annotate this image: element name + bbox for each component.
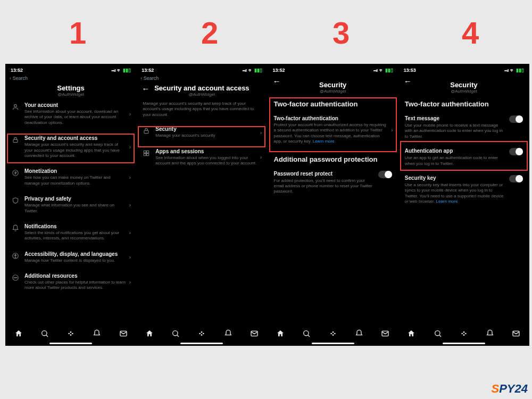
battery-icon: ▮▮▯ — [123, 68, 131, 73]
tab-notifications[interactable] — [355, 329, 363, 339]
tab-search[interactable] — [302, 329, 311, 339]
tab-spaces[interactable] — [197, 329, 206, 339]
page-handle: @AuthWidget — [5, 92, 136, 97]
svg-rect-1 — [13, 140, 18, 143]
row-desc: See information about your account, down… — [24, 109, 127, 126]
tab-search[interactable] — [171, 329, 180, 339]
tab-spaces[interactable] — [329, 329, 337, 339]
phone-2: 13:52 ••ıl ᯤ ▮▮▯ ‹ Search ← Security and… — [136, 64, 267, 346]
back-arrow-icon[interactable]: ← — [404, 77, 412, 86]
row-label: Authentication app — [405, 148, 505, 154]
phones-row: 13:52 ••ıl ᯤ ▮▮▯ ‹ Search Settings @Auth… — [5, 64, 529, 346]
row-label: Accessibility, display, and languages — [24, 251, 127, 257]
row-label: Security — [155, 126, 258, 132]
tab-home[interactable] — [276, 329, 285, 339]
tab-search[interactable] — [40, 329, 49, 339]
svg-rect-16 — [144, 151, 146, 153]
row-text-message[interactable]: Text message Use your mobile phone to re… — [398, 111, 529, 144]
row-desc: Select the kinds of notifications you ge… — [24, 230, 127, 242]
svg-rect-17 — [147, 151, 149, 153]
svg-point-13 — [72, 332, 73, 334]
chevron-right-icon: › — [129, 229, 131, 236]
tab-search[interactable] — [434, 329, 442, 339]
row-label: Security key — [405, 175, 505, 181]
row-desc: For added protection, you'll need to con… — [274, 178, 374, 195]
battery-icon: ▮▮▯ — [516, 68, 524, 73]
signal-icon: ••ıl — [504, 68, 509, 73]
svg-point-22 — [201, 331, 203, 333]
titlebar: ← Security @AuthWidget — [398, 74, 529, 95]
home-indicator — [312, 343, 354, 344]
row-desc: Use your mobile phone to receive a text … — [405, 123, 505, 139]
back-arrow-icon[interactable]: ← — [273, 77, 281, 86]
tab-home[interactable] — [14, 329, 23, 339]
status-time: 13:52 — [273, 68, 285, 73]
row-apps-sessions[interactable]: Apps and sessions See information about … — [136, 144, 267, 172]
row-password-reset[interactable]: Password reset protect For added protect… — [268, 167, 398, 199]
titlebar: ← Security and account access @AuthWidge… — [136, 82, 267, 98]
row-label: Additional resources — [24, 273, 127, 279]
lock-icon — [11, 136, 20, 145]
tab-messages[interactable] — [381, 329, 389, 339]
page-handle: @AuthWidget — [398, 89, 529, 94]
row-security-key[interactable]: Security key Use a security key that ins… — [398, 171, 529, 209]
row-label: Monetization — [24, 168, 127, 174]
statusbar: 13:52 ••ıl ᯤ ▮▮▯ — [5, 66, 136, 74]
toggle-switch[interactable] — [378, 171, 392, 178]
chevron-right-icon: › — [129, 202, 131, 208]
svg-point-33 — [461, 332, 463, 334]
signal-icon: ••ıl — [242, 68, 246, 73]
row-your-account[interactable]: Your account See information about your … — [5, 98, 136, 131]
tab-spaces[interactable] — [66, 329, 75, 339]
back-arrow-icon[interactable]: ← — [142, 84, 149, 93]
row-privacy[interactable]: Privacy and safety Manage what informati… — [5, 192, 136, 219]
learn-more-link[interactable]: Learn more — [436, 199, 458, 204]
row-desc: See how you can make money on Twitter an… — [24, 175, 127, 186]
svg-rect-15 — [144, 131, 148, 134]
tabbar — [136, 322, 267, 346]
tab-notifications[interactable] — [224, 329, 232, 339]
tab-notifications[interactable] — [486, 329, 494, 339]
svg-point-21 — [200, 332, 201, 334]
svg-rect-18 — [144, 153, 146, 155]
watermark: SPY24 — [491, 382, 528, 396]
back-row[interactable]: ‹ Search — [136, 74, 267, 82]
row-desc: Use an app to get an authentication code… — [405, 155, 505, 167]
chevron-right-icon: › — [129, 144, 131, 150]
back-row[interactable]: ‹ Search — [5, 74, 136, 82]
status-time: 13:52 — [142, 68, 154, 73]
chevron-right-icon: › — [260, 129, 262, 136]
tab-spaces[interactable] — [460, 329, 468, 339]
page-title: Security — [398, 81, 529, 89]
apps-icon — [142, 149, 151, 159]
toggle-switch[interactable] — [509, 175, 523, 182]
row-security[interactable]: Security Manage your account's security … — [136, 122, 267, 144]
section-additional-protection: Additional password protection — [268, 150, 398, 167]
tab-messages[interactable] — [512, 329, 520, 339]
tab-messages[interactable] — [119, 329, 128, 339]
row-security-access[interactable]: Security and account access Manage your … — [5, 131, 136, 164]
page-title: Settings — [5, 84, 136, 92]
page-handle: @AuthWidget — [136, 92, 267, 97]
learn-more-link[interactable]: Learn more — [313, 139, 335, 144]
row-additional[interactable]: Additional resources Check out other pla… — [5, 269, 136, 296]
tab-notifications[interactable] — [93, 329, 101, 339]
more-icon — [11, 274, 20, 283]
row-authentication-app[interactable]: Authentication app Use an app to get an … — [398, 144, 529, 171]
svg-point-0 — [14, 104, 17, 107]
chevron-right-icon: › — [129, 111, 131, 117]
row-accessibility[interactable]: Accessibility, display, and languages Ma… — [5, 247, 136, 269]
toggle-switch[interactable] — [509, 115, 523, 123]
row-two-factor[interactable]: Two-factor authentication Protect your a… — [268, 111, 398, 150]
tab-home[interactable] — [145, 329, 154, 339]
tab-home[interactable] — [407, 329, 415, 339]
svg-point-20 — [173, 330, 178, 335]
money-icon — [11, 169, 20, 178]
signal-icon: ••ıl — [111, 68, 115, 73]
status-time: 13:53 — [404, 68, 416, 73]
row-monetization[interactable]: Monetization See how you can make money … — [5, 164, 136, 192]
page-title: Security and account access — [136, 84, 267, 92]
tab-messages[interactable] — [250, 329, 259, 339]
toggle-switch[interactable] — [509, 148, 523, 155]
row-notifications[interactable]: Notifications Select the kinds of notifi… — [5, 219, 136, 247]
